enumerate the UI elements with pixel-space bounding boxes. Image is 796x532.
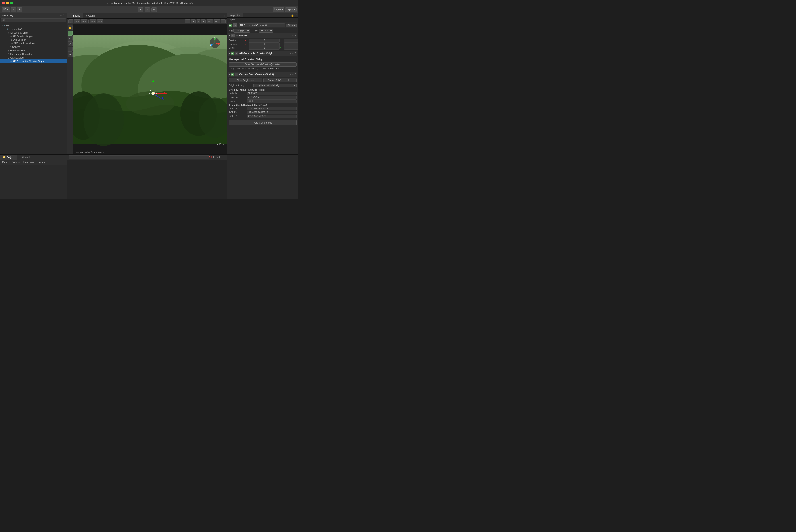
scene-tab-icon: ⛶ [70, 14, 72, 17]
maximize-button[interactable] [10, 2, 13, 4]
perspective-label: ◄ Persp [216, 143, 225, 146]
scene-snap[interactable]: ⊡ ▾ [97, 19, 103, 23]
scene-fx-toggle[interactable]: ✦ [201, 19, 206, 23]
tree-item-ar-geospatial-origin[interactable]: ▸ ⊙ AR Geospatial Creator Origin [0, 59, 67, 63]
close-button[interactable] [2, 2, 5, 4]
db-button[interactable]: DB ▾ [2, 7, 10, 12]
cesium-active-checkbox[interactable] [231, 73, 234, 76]
ecef-z-field[interactable] [247, 115, 297, 118]
cloud-button[interactable]: ☁ [11, 7, 16, 12]
scale-tool-btn[interactable]: ⤢ [68, 41, 73, 46]
console-search[interactable] [69, 155, 209, 159]
tab-game[interactable]: ▷ Game [83, 13, 98, 18]
tree-item-canvas[interactable]: ▸ □ Canvas [0, 45, 67, 49]
transform-tool-btn[interactable]: ✦ [68, 52, 73, 57]
rot-y-field[interactable] [284, 42, 298, 46]
tree-item-eventsystem[interactable]: ⊙ EventSystem [0, 49, 67, 52]
geospatial-component-header[interactable]: ▾ ⊙ AR Geospatial Creator Origin ? ⚙ ⋮ [228, 51, 298, 56]
ecef-x-field[interactable] [247, 107, 297, 110]
scene-light-toggle[interactable]: ☀ [191, 19, 196, 23]
tree-item-geospatial-controller[interactable]: ⊙ GeospatialController [0, 52, 67, 56]
add-component-button[interactable]: Add Component [229, 120, 297, 125]
scene-extra[interactable]: ⋮ [221, 19, 226, 23]
tree-item-all[interactable]: ▾ ≡ All [0, 24, 67, 27]
tree-item-arcore-extensions[interactable]: ⊙ ARCore Extensions [0, 41, 67, 45]
origin-authority-dropdown[interactable]: Longitude Latitude Heig [253, 83, 297, 87]
cesium-settings-icon[interactable]: ⚙ [292, 73, 294, 75]
minimize-button[interactable] [6, 2, 9, 4]
step-button[interactable]: ⏭ [151, 7, 157, 12]
layers-tab-label[interactable]: Layers [228, 18, 235, 21]
create-sub-scene-button[interactable]: Create Sub-Scene Here [263, 78, 297, 82]
object-name-field[interactable]: AR Geospatial Creator Or [239, 23, 285, 27]
rotate-tool-btn[interactable]: ↻ [68, 36, 73, 41]
cesium-menu-icon[interactable]: ⋮ [295, 73, 297, 75]
scene-pivot[interactable]: ◎ ▾ [74, 19, 80, 23]
scale-x-field[interactable] [249, 46, 280, 50]
move-tool-btn[interactable]: ✛ [68, 31, 73, 36]
layers-button[interactable]: Layers ▾ [273, 7, 284, 12]
scene-more-icon[interactable]: ⋮ [223, 14, 226, 17]
info-count: 0 [224, 156, 225, 158]
scene-viewport[interactable]: Y X Z ◄ Persp Google • Landsat / Coperni… [73, 24, 227, 154]
longitude-field[interactable] [247, 96, 297, 99]
inspector-tab-inspector[interactable]: Inspector [227, 13, 243, 17]
project-tab-icon: 📁 [3, 156, 6, 158]
cesium-header[interactable]: ▾ C Cesium Georeference (Script) ? ⚙ ⋮ [228, 72, 298, 77]
tab-scene[interactable]: ⛶ Scene [67, 13, 83, 18]
tree-item-directional-light[interactable]: ◎ Directional Light [0, 31, 67, 34]
tree-item-ar-session-origin[interactable]: ▾ ⊙ AR Session Origin [0, 34, 67, 38]
inspector-lock-icon[interactable]: 🔒 [291, 14, 294, 17]
scene-grid[interactable]: ⊞ ▾ [90, 19, 96, 23]
object-active-checkbox[interactable] [229, 24, 232, 27]
collapse-button[interactable]: Collapse [11, 161, 21, 164]
object-header: ⊙ AR Geospatial Creator Or Static ▾ [228, 22, 298, 28]
tree-item-geospatial[interactable]: ▾ ⚙ Geospatial* [0, 27, 67, 31]
transform-help-icon[interactable]: ? [290, 34, 291, 37]
rect-tool-btn[interactable]: □ [68, 47, 73, 52]
pos-y-field[interactable] [284, 39, 298, 42]
scene-hidden-toggle[interactable]: 👁 ▾ [207, 19, 213, 23]
settings-button[interactable]: ⚙ [17, 7, 22, 12]
transform-header[interactable]: ▾ ⊞ Transform ? ⚙ ⋮ [228, 33, 298, 38]
tag-dropdown[interactable]: Untagged [233, 29, 250, 33]
hierarchy-menu-icon[interactable]: ⋮ [62, 14, 65, 17]
geospatial-menu-icon[interactable]: ⋮ [295, 52, 297, 55]
geospatial-active-checkbox[interactable] [231, 52, 234, 55]
place-origin-button[interactable]: Place Origin Here [229, 78, 262, 82]
inspector-panel: Inspector 🔒 ⋮ Layers ⊙ AR Geospatial Cre… [227, 13, 298, 154]
pos-x-field[interactable] [249, 39, 280, 42]
editor-button[interactable]: Editor ▾ [37, 161, 46, 164]
pause-button[interactable]: ⏸ [145, 7, 150, 12]
project-tab[interactable]: 📁 Project [0, 155, 17, 160]
latitude-field[interactable] [247, 92, 297, 95]
console-tab[interactable]: ≡ Console [17, 155, 34, 160]
geospatial-settings-icon[interactable]: ⚙ [292, 52, 294, 55]
cesium-help-icon[interactable]: ? [290, 73, 291, 75]
open-quickstart-button[interactable]: Open Geospatial Creator Quickstart [229, 62, 297, 66]
ecef-y-field[interactable] [247, 111, 297, 114]
clear-button[interactable]: Clear [1, 161, 8, 164]
scene-audio-toggle[interactable]: ♪ [196, 19, 200, 23]
play-button[interactable]: ▶ [138, 7, 144, 12]
hand-tool-btn[interactable]: ✋ [68, 25, 73, 30]
scene-draw-mode[interactable]: ⬚ [68, 19, 73, 23]
tree-item-gameobject[interactable]: ⊙ GameObject [0, 56, 67, 59]
error-pause-button[interactable]: Error Pause [22, 161, 36, 164]
tree-item-ar-session[interactable]: ⊙ AR Session [0, 38, 67, 41]
transform-settings-icon[interactable]: ⚙ [292, 34, 294, 37]
height-field[interactable] [247, 99, 297, 103]
hierarchy-search[interactable] [1, 18, 66, 22]
layout-button[interactable]: Layout ▾ [285, 7, 297, 12]
scale-y-field[interactable] [284, 46, 298, 50]
hierarchy-add-icon[interactable]: + [60, 14, 62, 17]
scene-persp-toggle[interactable]: 2D [185, 19, 190, 23]
layer-dropdown[interactable]: Default [259, 29, 273, 33]
scene-global[interactable]: ⊕ ▾ [81, 19, 87, 23]
transform-menu-icon[interactable]: ⋮ [295, 34, 297, 37]
scene-gizmos[interactable]: ⊞ ▾ [214, 19, 220, 23]
inspector-menu-icon[interactable]: ⋮ [295, 14, 298, 17]
geospatial-help-icon[interactable]: ? [290, 52, 291, 55]
rot-x-field[interactable] [249, 42, 280, 46]
static-button[interactable]: Static ▾ [286, 24, 297, 27]
